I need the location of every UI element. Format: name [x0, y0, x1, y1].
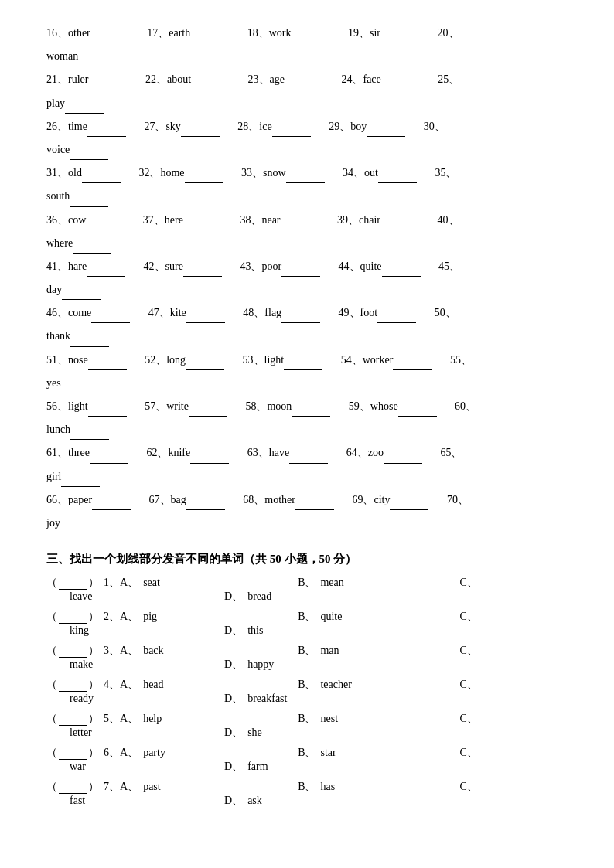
- q1-c-label: C、: [459, 576, 477, 590]
- q7-num: 7、A、: [104, 780, 138, 794]
- row-girl: girl: [46, 467, 568, 487]
- row-voice: voice: [46, 140, 568, 160]
- q1-paren-close: ）: [88, 576, 99, 590]
- q7-b-label: B、: [298, 780, 316, 794]
- q3-c: make: [70, 659, 224, 671]
- section3-title: 三、找出一个划线部分发音不同的单词（共 50 小题，50 分）: [46, 552, 568, 567]
- item-53: 53、light: [243, 350, 323, 370]
- item-day: day: [46, 280, 101, 300]
- item-42: 42、sure: [144, 257, 222, 277]
- item-67: 67、bag: [149, 490, 225, 510]
- q3-paren-open: （: [46, 644, 57, 658]
- item-35: 35、: [435, 163, 456, 182]
- item-play: play: [46, 94, 104, 114]
- q2-answer-blank[interactable]: [59, 611, 87, 624]
- q1-answer-blank[interactable]: [59, 577, 87, 590]
- q4-line1: （ ） 4、A、 head B、 teacher C、: [46, 678, 568, 692]
- q5-b-text: nest: [320, 713, 338, 724]
- blank-day: [62, 280, 101, 300]
- row-lunch: lunch: [46, 420, 568, 440]
- blank-32: [185, 163, 223, 183]
- blank-41: [87, 257, 125, 277]
- q6-line1: （ ） 6、A、 party B、 star C、: [46, 746, 568, 760]
- q7-paren-close: ）: [88, 780, 99, 794]
- q7-line1: （ ） 7、A、 past B、 has C、: [46, 780, 568, 794]
- q3-a-text: back: [143, 645, 163, 656]
- q3-b-text: man: [320, 645, 339, 656]
- item-18: 18、work: [247, 23, 330, 43]
- blank-59: [398, 397, 437, 417]
- q1-d: bread: [247, 591, 271, 603]
- q5-c: letter: [70, 727, 224, 739]
- q4-a-text: head: [143, 679, 163, 690]
- item-56: 56、light: [46, 397, 127, 417]
- blank-lunch: [70, 420, 109, 440]
- blank-26: [87, 117, 126, 137]
- q6-paren-close: ）: [88, 746, 99, 760]
- q5-d: she: [247, 727, 262, 739]
- q3-c-label: C、: [459, 644, 477, 658]
- q6-answer-blank[interactable]: [59, 747, 87, 760]
- row-yes: yes: [46, 373, 568, 393]
- blank-girl: [61, 467, 100, 487]
- q3-d-label: D、: [224, 658, 243, 672]
- item-61: 61、three: [46, 443, 128, 463]
- q4-d: breakfast: [247, 693, 287, 705]
- item-31: 31、old: [46, 163, 121, 183]
- q1-d-label: D、: [224, 590, 243, 604]
- item-50: 50、: [435, 303, 456, 322]
- item-39: 39、chair: [337, 210, 419, 230]
- item-37: 37、here: [143, 210, 222, 230]
- blank-48: [281, 303, 320, 323]
- blank-24: [381, 70, 420, 90]
- blank-44: [382, 257, 421, 277]
- q3-a: back: [143, 645, 298, 657]
- q2-a: pig: [143, 611, 298, 623]
- q4-c-label: C、: [459, 678, 477, 692]
- q1-c-text: leave: [70, 591, 93, 602]
- q7-answer-blank[interactable]: [59, 781, 87, 794]
- q3-answer-blank[interactable]: [59, 645, 87, 658]
- q2-c-label: C、: [459, 610, 477, 624]
- q7-a-text: past: [143, 781, 161, 792]
- blank-54: [393, 350, 432, 370]
- blank-66: [92, 490, 131, 510]
- q2-b-label: B、: [298, 610, 316, 624]
- item-45: 45、: [438, 257, 460, 276]
- blank-64: [384, 443, 422, 463]
- q1-line1: （ ） 1、A、 seat B、 mean C、: [46, 576, 568, 590]
- question-5: （ ） 5、A、 help B、 nest C、 letter D、 she: [46, 712, 568, 740]
- q5-paren-open: （: [46, 712, 57, 726]
- row-36: 36、cow 37、here 38、near 39、chair 40、: [46, 210, 568, 230]
- item-17: 17、earth: [147, 23, 229, 43]
- row-56: 56、light 57、write 58、moon 59、whose 60、: [46, 397, 568, 417]
- q1-num: 1、A、: [104, 576, 138, 590]
- question-3: （ ） 3、A、 back B、 man C、 make D、 happy: [46, 644, 568, 672]
- blank-south: [70, 186, 108, 206]
- blank-19: [380, 23, 419, 43]
- item-woman: woman: [46, 46, 117, 66]
- q4-answer-blank[interactable]: [59, 679, 87, 692]
- row-16: 16、other 17、earth 18、work 19、sir 20、: [46, 23, 568, 43]
- row-61: 61、three 62、knife 63、have 64、zoo 65、: [46, 443, 568, 463]
- q6-num: 6、A、: [104, 746, 138, 760]
- q2-paren-close: ）: [88, 610, 99, 624]
- row-66: 66、paper 67、bag 68、mother 69、city 70、: [46, 490, 568, 510]
- row-26: 26、time 27、sky 28、ice 29、boy 30、: [46, 117, 568, 137]
- q5-num: 5、A、: [104, 712, 138, 726]
- question-7: （ ） 7、A、 past B、 has C、 fast D、 ask: [46, 780, 568, 808]
- item-lunch: lunch: [46, 420, 109, 440]
- question-2: （ ） 2、A、 pig B、 quite C、 king D、 this: [46, 610, 568, 638]
- blank-63: [289, 443, 328, 463]
- blank-68: [295, 490, 334, 510]
- q4-a: head: [143, 679, 298, 691]
- q4-paren-open: （: [46, 678, 57, 692]
- q1-a-text: seat: [143, 577, 160, 588]
- blank-play: [65, 94, 104, 114]
- q5-answer-blank[interactable]: [59, 713, 87, 726]
- item-49: 49、foot: [339, 303, 417, 323]
- item-63: 63、have: [247, 443, 328, 463]
- q2-a-text: pig: [143, 611, 157, 622]
- item-66: 66、paper: [46, 490, 131, 510]
- blank-34: [378, 163, 417, 183]
